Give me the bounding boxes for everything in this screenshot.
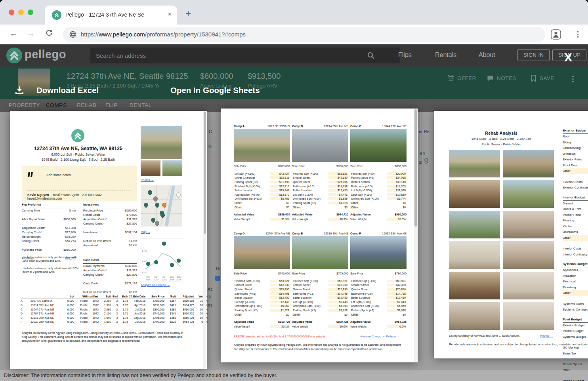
comps-table-header: LotW/S YearSqft BedBath Sale DateSale Pr… — [21, 294, 200, 299]
adjustment-row: Better Location $12,450 — [350, 295, 407, 300]
maximize-window-button[interactable] — [28, 10, 33, 15]
budget-item: Other — [563, 368, 588, 373]
brand-wordmark[interactable]: pellego — [25, 48, 66, 61]
background-fragment: 9 — [424, 156, 429, 166]
notes-button[interactable]: NOTES — [487, 74, 516, 82]
back-button[interactable]: ← — [8, 29, 19, 38]
sign-in-button[interactable]: SIGN IN — [517, 49, 550, 61]
table-row: Carrying Costs* $27,806 — [83, 221, 137, 226]
table-row: Carrying Time 5 mo — [22, 208, 76, 213]
adjustment-row: Parking Spots (+2) $1,928 — [234, 308, 290, 312]
comp-photo — [292, 129, 348, 162]
browser-toolbar: ← → https://www.pellego.com/proformas/pr… — [0, 25, 588, 45]
adjustment-value: $43,727 — [270, 172, 290, 175]
refresh-icon[interactable] — [44, 29, 55, 39]
new-tab-button[interactable]: + — [185, 9, 191, 18]
page2-scrollbar[interactable] — [414, 109, 417, 362]
sale-price-label: Sale Price — [350, 272, 363, 275]
page1-scrollbar[interactable] — [203, 111, 206, 369]
nav-link-rentals[interactable]: Rentals — [435, 51, 456, 59]
scrollbar-thumb[interactable] — [414, 109, 417, 227]
adjustment-value: $7,443 — [270, 301, 290, 303]
nav-link-about[interactable]: About — [479, 51, 495, 59]
sale-price-value: $789,000 — [278, 164, 290, 168]
photos-link[interactable]: Photos → — [540, 334, 553, 337]
url-bar[interactable]: https://www.pellego.com/proformas/proper… — [63, 27, 545, 42]
adjustment-value: $1,928 — [387, 309, 407, 312]
nav-link-flips[interactable]: Flips — [398, 51, 412, 59]
search-input[interactable] — [90, 48, 400, 63]
comps-map — [141, 185, 182, 227]
property-photo — [503, 211, 554, 238]
adjustment-row: Parking Spots (+2) $1,928 — [292, 308, 348, 312]
adjustment-row: Bathrooms (+0.5) $14,798 — [234, 291, 290, 296]
adjustment-label: Unfinished Sqft (+100) — [350, 197, 380, 200]
table-row: Cash Costs $271,134 — [83, 281, 137, 286]
adjustment-row: Better Location $12,450 — [292, 188, 348, 192]
offer-button[interactable]: OFFER — [447, 74, 476, 82]
tab-comps[interactable]: COMPS — [46, 102, 67, 108]
background-fragment: Aft — [420, 151, 425, 156]
adjusted-label: Adjusted Value — [234, 213, 254, 217]
adjustment-row: Finished Sqft (+130) $53,921 — [292, 171, 348, 176]
budget-section-total: Total Budget Exterior Budget Interior Bu… — [563, 317, 588, 381]
browser-profile-avatar[interactable] — [549, 28, 563, 41]
adjustment-value: $7,443 — [387, 301, 407, 303]
modal-close-button[interactable]: X — [564, 51, 572, 64]
adjustment-value: $15,249 — [270, 189, 290, 192]
background-fragment: $ — [419, 160, 422, 165]
pellego-logo-icon[interactable] — [6, 48, 22, 63]
comp-card-a: Comp A3027 NE 135th St Sale Price$789,00… — [234, 124, 290, 221]
map-link[interactable]: Map → — [141, 230, 150, 234]
tab-close-icon[interactable]: × — [168, 10, 172, 18]
open-google-sheets-button[interactable]: Open In Google Sheets — [170, 86, 260, 95]
adjustment-label: Lot Sqft (-1,300) — [292, 301, 314, 303]
close-window-button[interactable] — [9, 10, 14, 15]
comps-table-row: B13214 35th Ave NE6,000 Public19721,970 … — [21, 303, 200, 307]
search-icon[interactable] — [367, 51, 375, 61]
save-button[interactable]: SAVE — [530, 74, 554, 82]
map-pin-comp[interactable] — [154, 202, 160, 208]
map-pin[interactable] — [176, 192, 182, 198]
adjustment-row: Deck Sqft (+150) $10,880 — [350, 192, 407, 197]
table-row: Annualized 26.4% — [83, 243, 137, 248]
row-label: Acquisition Costs* — [83, 217, 107, 221]
photos-link[interactable]: Photos → — [141, 178, 154, 182]
tab-flip[interactable]: FLIP — [105, 102, 118, 108]
tab-rental[interactable]: RENTAL — [130, 102, 152, 108]
tab-property[interactable]: PROPERTY — [9, 102, 40, 108]
map-pin-comp[interactable] — [143, 202, 149, 208]
adjustment-label: Bathrooms (+0.5) — [292, 185, 315, 188]
forward-button[interactable]: → — [25, 29, 36, 38]
adjustment-value: $5,744 — [387, 197, 407, 200]
analyze-comps-link[interactable]: Analyze Comps on Pellego → — [360, 335, 400, 338]
row-label: Carrying Costs* — [83, 222, 104, 225]
download-excel-button[interactable]: Download Excel — [36, 86, 99, 95]
adjustment-label: Quieter Street — [292, 181, 311, 183]
comp-card-c: Comp C13044 27th Ave NE Sale Price$800,0… — [350, 124, 407, 221]
tab-rehab[interactable]: REHAB — [77, 102, 97, 108]
row-value: $27,806 — [126, 222, 137, 225]
adjustment-row: Other $0 — [234, 312, 290, 317]
map-pin[interactable] — [153, 196, 159, 202]
minimize-window-button[interactable] — [18, 10, 24, 15]
site-nav: pellego Flips Rentals About SIGN IN SIGN… — [0, 44, 588, 67]
scrollbar-thumb[interactable] — [204, 112, 206, 234]
adjustment-row: Unfinished Sqft (+100) $5,959 — [292, 197, 348, 201]
svg-text:$750: $750 — [142, 250, 147, 252]
adjusted-value: $954,725 — [395, 320, 407, 324]
budget-item: Doors & Trim — [563, 206, 588, 212]
adjustment-row: Unfinished Sqft (+110) $5,762 — [234, 197, 290, 201]
sale-price-label: Sale Price — [292, 164, 305, 168]
analyze-link[interactable]: Analyze on Pellego → — [141, 283, 170, 287]
adjustment-row: Parking Spots (+2) $1,928 — [350, 308, 407, 312]
comp-name: Comp C — [350, 124, 361, 129]
browser-menu-kebab-icon[interactable] — [577, 31, 579, 38]
comp-photo — [234, 129, 290, 162]
row-value: 11.0% — [129, 239, 137, 243]
property-kebab-icon[interactable] — [572, 76, 574, 82]
adjustment-label: Better Location — [350, 296, 370, 299]
adjustment-label: Finished Sqft (+100) — [234, 185, 260, 188]
map-pin-comp[interactable] — [147, 189, 153, 196]
browser-tab[interactable]: Pellego - 12724 37th Ave Ne Se × — [45, 6, 177, 25]
